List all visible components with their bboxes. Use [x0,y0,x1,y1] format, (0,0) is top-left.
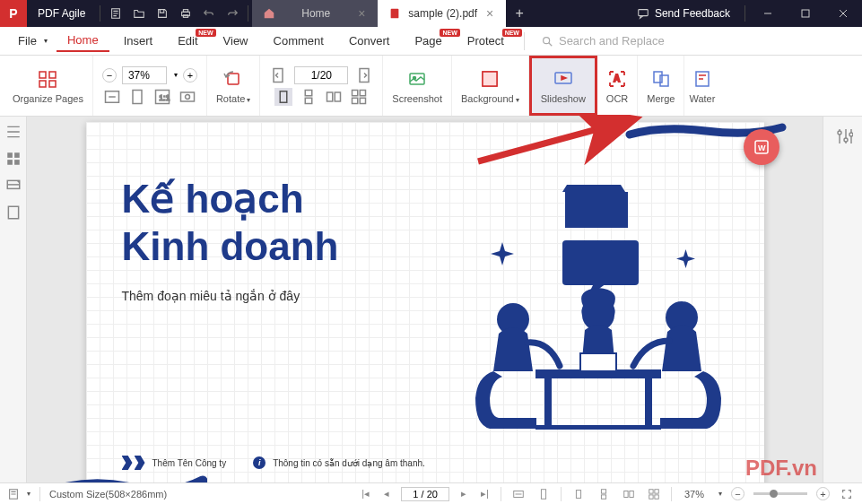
svg-rect-11 [49,81,56,87]
menu-home[interactable]: Home [57,30,109,52]
app-name: PDF Agile [27,7,96,20]
svg-rect-43 [8,206,18,219]
organize-icon [37,68,58,90]
svg-rect-46 [544,378,552,428]
menu-view[interactable]: View [213,30,259,51]
menu-file[interactable]: File [7,30,53,51]
undo-icon[interactable] [197,0,221,27]
prev-page-icon[interactable] [269,66,287,84]
svg-rect-62 [576,490,580,498]
fit-visible-icon[interactable] [178,88,196,106]
watermark-button[interactable]: Water [684,56,719,116]
right-sidebar [823,117,862,482]
add-tab-button[interactable]: + [506,5,533,22]
fit-page-view[interactable] [535,486,552,502]
comments-icon[interactable] [5,178,22,194]
search-input[interactable]: Search and Replace [534,34,855,48]
convert-to-word-button[interactable]: W [744,129,779,165]
thumbnails-icon[interactable] [5,124,22,140]
slideshow-icon [553,68,574,90]
svg-rect-41 [14,160,20,165]
maximize-button[interactable] [787,0,824,27]
zoom-out-button[interactable]: − [731,487,744,500]
merge-button[interactable]: Merge [638,56,684,116]
continuous-icon[interactable] [300,88,318,106]
svg-rect-65 [624,491,628,497]
properties-icon[interactable] [7,488,20,500]
last-page-button[interactable]: ▸| [478,488,492,500]
menu-page[interactable]: PageNEW [404,30,452,51]
svg-rect-5 [639,10,649,16]
watermark-icon [692,68,713,90]
prev-page-button[interactable]: ◂ [381,488,392,500]
merge-icon [650,68,672,90]
ocr-icon: A [606,68,628,90]
close-window-button[interactable] [824,0,862,27]
new-file-icon[interactable] [104,0,127,27]
zoom-in-button[interactable]: + [816,487,830,500]
fit-width-view[interactable] [510,486,527,502]
bookmarks-icon[interactable] [5,151,22,167]
slideshow-button[interactable]: Slideshow [529,56,597,116]
continuous-view[interactable] [596,486,612,502]
fullscreen-button[interactable] [839,486,855,502]
close-icon[interactable]: × [356,6,367,21]
menu-protect[interactable]: ProtectNEW [457,30,515,51]
next-page-button[interactable]: ▸ [458,488,469,500]
two-continuous-icon[interactable] [350,88,368,106]
facing-continuous-view[interactable] [646,486,662,502]
ocr-button[interactable]: A OCR [597,56,638,116]
tab-document[interactable]: sample (2).pdf × [378,0,506,27]
rotate-button[interactable]: Rotate▾ [207,56,260,116]
svg-rect-24 [327,92,333,101]
minimize-button[interactable] [749,0,787,27]
pdf-icon [388,7,401,20]
ribbon-toolbar: Organize Pages − ▾ + 1:1 Rotate▾ [0,56,862,117]
fit-width-icon[interactable] [103,88,121,106]
zoom-in-button[interactable]: + [183,68,197,83]
single-page-view[interactable] [570,486,587,502]
app-logo: P [0,0,27,27]
tab-home[interactable]: Home × [252,0,378,27]
page-number-input[interactable] [401,487,449,501]
organize-pages-button[interactable]: Organize Pages [4,56,93,116]
fit-page-icon[interactable] [128,88,146,106]
menu-comment[interactable]: Comment [263,30,335,51]
svg-rect-32 [483,72,497,86]
svg-point-7 [544,37,550,43]
audio-info-footer: i Thông tin có sẵn dưới dạng âm thanh. [253,456,425,469]
zoom-dropdown[interactable]: ▾ [718,490,722,498]
svg-rect-67 [649,489,653,492]
svg-point-57 [849,133,853,136]
svg-rect-13 [133,90,142,103]
svg-rect-63 [601,489,605,492]
svg-rect-23 [306,98,313,103]
status-bar: ▾ Custom Size(508×286mm) |◂ ◂ ▸ ▸| 37% ▾… [0,482,862,504]
zoom-dropdown[interactable]: ▾ [174,71,178,79]
print-icon[interactable] [174,0,197,27]
zoom-slider[interactable] [753,492,807,495]
menu-convert[interactable]: Convert [338,30,401,51]
close-icon[interactable]: × [484,6,495,21]
zoom-out-button[interactable]: − [102,68,117,83]
background-button[interactable]: Background▾ [452,56,529,116]
page-input[interactable] [294,66,348,84]
menu-edit[interactable]: EditNEW [167,30,208,51]
settings-icon[interactable] [835,127,853,145]
document-canvas[interactable]: Kế hoạch Kinh doanh Thêm đoạn miêu tả ng… [27,117,823,482]
facing-view[interactable] [621,486,637,502]
attachments-icon[interactable] [5,204,22,221]
actual-size-icon[interactable]: 1:1 [153,88,171,106]
zoom-input[interactable] [122,66,167,84]
next-page-icon[interactable] [355,66,373,84]
send-feedback-button[interactable]: Send Feedback [626,7,741,20]
open-folder-icon[interactable] [127,0,151,27]
save-icon[interactable] [151,0,174,27]
svg-rect-38 [7,152,13,158]
two-page-icon[interactable] [325,88,343,106]
screenshot-button[interactable]: Screenshot [383,56,452,116]
single-page-icon[interactable] [274,88,292,106]
redo-icon[interactable] [221,0,244,27]
first-page-button[interactable]: |◂ [359,488,372,500]
menu-insert[interactable]: Insert [113,30,164,51]
